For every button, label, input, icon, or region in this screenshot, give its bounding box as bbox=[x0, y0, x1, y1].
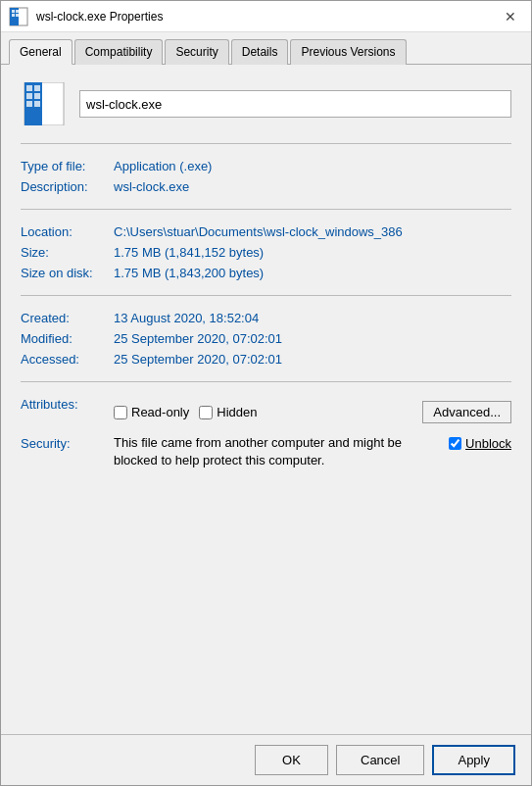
svg-rect-5 bbox=[16, 14, 19, 17]
dates-info-table: Created: 13 August 2020, 18:52:04 Modifi… bbox=[21, 308, 511, 369]
hidden-checkbox-label[interactable]: Hidden bbox=[199, 405, 257, 419]
svg-rect-9 bbox=[34, 85, 40, 91]
window-title: wsl-clock.exe Properties bbox=[36, 10, 498, 24]
svg-rect-11 bbox=[34, 93, 40, 99]
attributes-row: Attributes: Read-only Hidden Advanced... bbox=[21, 394, 511, 430]
window-icon bbox=[9, 7, 28, 26]
title-bar: wsl-clock.exe Properties ✕ bbox=[1, 1, 531, 32]
svg-rect-8 bbox=[26, 85, 32, 91]
size-label: Size: bbox=[21, 242, 114, 263]
attributes-label: Attributes: bbox=[21, 394, 114, 430]
accessed-value: 25 September 2020, 07:02:01 bbox=[114, 349, 511, 369]
ok-button[interactable]: OK bbox=[255, 745, 328, 775]
tab-general[interactable]: General bbox=[9, 39, 73, 65]
table-row: Description: wsl-clock.exe bbox=[21, 176, 511, 197]
svg-rect-3 bbox=[16, 10, 19, 13]
tab-details[interactable]: Details bbox=[231, 39, 289, 65]
description-value: wsl-clock.exe bbox=[114, 176, 511, 197]
table-row: Type of file: Application (.exe) bbox=[21, 156, 511, 176]
readonly-checkbox-label[interactable]: Read-only bbox=[114, 405, 189, 419]
tab-security[interactable]: Security bbox=[165, 39, 228, 65]
created-value: 13 August 2020, 18:52:04 bbox=[114, 308, 511, 328]
svg-rect-13 bbox=[34, 101, 40, 107]
location-value: C:\Users\stuar\Documents\wsl-clock_windo… bbox=[114, 221, 511, 242]
readonly-checkbox[interactable] bbox=[114, 406, 127, 419]
description-label: Description: bbox=[21, 176, 114, 197]
table-row: Accessed: 25 September 2020, 07:02:01 bbox=[21, 349, 511, 369]
divider-4 bbox=[21, 381, 511, 382]
table-row: Size on disk: 1.75 MB (1,843,200 bytes) bbox=[21, 263, 511, 283]
unblock-label[interactable]: Unblock bbox=[465, 436, 511, 451]
tab-bar: General Compatibility Security Details P… bbox=[1, 32, 531, 65]
size-value: 1.75 MB (1,841,152 bytes) bbox=[114, 242, 511, 263]
divider-2 bbox=[21, 209, 511, 210]
divider-1 bbox=[21, 143, 511, 144]
divider-3 bbox=[21, 295, 511, 296]
unblock-area: Unblock bbox=[449, 436, 511, 451]
created-label: Created: bbox=[21, 308, 114, 328]
modified-label: Modified: bbox=[21, 328, 114, 349]
basic-info-table: Type of file: Application (.exe) Descrip… bbox=[21, 156, 511, 197]
type-label: Type of file: bbox=[21, 156, 114, 176]
security-text: This file came from another computer and… bbox=[114, 434, 441, 469]
apply-button[interactable]: Apply bbox=[432, 745, 515, 775]
file-icon bbox=[21, 80, 68, 127]
file-name-input[interactable] bbox=[79, 90, 511, 118]
cancel-button[interactable]: Cancel bbox=[336, 745, 424, 775]
location-label: Location: bbox=[21, 221, 114, 242]
file-header bbox=[21, 80, 511, 127]
security-row: Security: This file came from another co… bbox=[21, 430, 511, 473]
tab-compatibility[interactable]: Compatibility bbox=[74, 39, 164, 65]
advanced-button[interactable]: Advanced... bbox=[422, 401, 511, 423]
hidden-label: Hidden bbox=[217, 405, 257, 419]
modified-value: 25 September 2020, 07:02:01 bbox=[114, 328, 511, 349]
size-on-disk-value: 1.75 MB (1,843,200 bytes) bbox=[114, 263, 511, 283]
dialog-footer: OK Cancel Apply bbox=[1, 734, 531, 785]
table-row: Modified: 25 September 2020, 07:02:01 bbox=[21, 328, 511, 349]
svg-rect-2 bbox=[12, 10, 15, 13]
security-row-label: Security: bbox=[21, 434, 114, 451]
tab-previous-versions[interactable]: Previous Versions bbox=[290, 39, 406, 65]
size-info-table: Location: C:\Users\stuar\Documents\wsl-c… bbox=[21, 221, 511, 283]
readonly-label: Read-only bbox=[131, 405, 189, 419]
hidden-checkbox[interactable] bbox=[199, 406, 213, 419]
unblock-checkbox[interactable] bbox=[449, 437, 461, 450]
close-button[interactable]: ✕ bbox=[498, 4, 523, 29]
attributes-table: Attributes: Read-only Hidden Advanced... bbox=[21, 394, 511, 430]
properties-window: wsl-clock.exe Properties ✕ General Compa… bbox=[0, 0, 532, 786]
svg-rect-12 bbox=[26, 101, 32, 107]
size-on-disk-label: Size on disk: bbox=[21, 263, 114, 283]
svg-rect-10 bbox=[26, 93, 32, 99]
svg-rect-4 bbox=[12, 14, 15, 17]
tab-content: Type of file: Application (.exe) Descrip… bbox=[1, 65, 531, 734]
table-row: Location: C:\Users\stuar\Documents\wsl-c… bbox=[21, 221, 511, 242]
table-row: Size: 1.75 MB (1,841,152 bytes) bbox=[21, 242, 511, 263]
type-value: Application (.exe) bbox=[114, 156, 511, 176]
security-content: This file came from another computer and… bbox=[114, 434, 511, 469]
attributes-controls: Read-only Hidden Advanced... bbox=[114, 394, 511, 430]
table-row: Created: 13 August 2020, 18:52:04 bbox=[21, 308, 511, 328]
accessed-label: Accessed: bbox=[21, 349, 114, 369]
